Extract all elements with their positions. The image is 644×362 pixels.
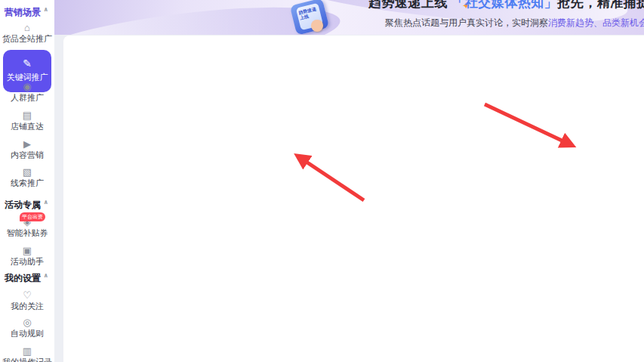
records-icon: ▥	[0, 346, 54, 357]
chevron-up-icon: ∧	[44, 199, 49, 206]
sidebar-item-auto-rules[interactable]: ◎ 自动规则	[0, 317, 54, 339]
audience-promo-icon: ◉	[0, 82, 54, 92]
sidebar-item-shop-direct[interactable]: ▤ 店铺直达	[0, 110, 54, 132]
sidebar-section-settings[interactable]: 我的设置∧	[0, 272, 54, 285]
storewide-promo-icon: ⌂	[0, 23, 54, 33]
assistant-icon: ▣	[0, 246, 54, 256]
banner-subtitle-highlight: 消费新趋势、品类新机会	[548, 17, 644, 28]
sidebar-item-leads-promo[interactable]: ▧ 线索推广	[0, 167, 54, 189]
sidebar-item-smart-coupon[interactable]: 平台出资 ◈ 智能补贴券	[0, 217, 54, 239]
rules-icon: ◎	[0, 317, 54, 328]
top-promo-banner[interactable]: 趋势速递上线 ✦ 趋势速递上线 「社交媒体热知」抢先，精准捕捉 聚焦热点话题与用…	[54, 0, 644, 35]
platform-funded-badge: 平台出资	[20, 212, 45, 221]
banner-hand-illustration	[311, 20, 323, 32]
banner-subtitle: 聚焦热点话题与用户真实讨论，实时洞察消费新趋势、品类新机会	[385, 17, 644, 29]
keyword-promo-icon: ✎	[3, 57, 51, 70]
banner-title: 趋势速递上线 「社交媒体热知」抢先，精准捕捉	[368, 0, 644, 11]
leads-promo-icon: ▧	[0, 167, 54, 178]
chevron-up-icon: ∧	[44, 272, 49, 279]
sidebar-section-marketing[interactable]: 营销场景∧	[0, 6, 54, 19]
sidebar-item-content-marketing[interactable]: ▶ 内容营销	[0, 139, 54, 161]
main-content-card	[63, 36, 644, 362]
sidebar-item-my-follows[interactable]: ♡ 我的关注	[0, 290, 54, 312]
content-marketing-icon: ▶	[0, 139, 54, 150]
sidebar-section-campaign[interactable]: 活动专属∧	[0, 199, 54, 212]
sidebar-item-audience-promo[interactable]: ◉ 人群推广	[0, 82, 54, 104]
sidebar-item-storewide-promo[interactable]: ⌂ 货品全站推广	[0, 23, 54, 45]
banner-title-highlight: 「社交媒体热知」	[451, 0, 557, 10]
chevron-up-icon: ∧	[44, 6, 49, 13]
sidebar-item-campaign-assistant[interactable]: ▣ 活动助手	[0, 246, 54, 268]
sidebar: 营销场景∧ ⌂ 货品全站推广 ✎ 关键词推广 ◉ 人群推广 ▤ 店铺直达 ▶ 内…	[0, 0, 54, 362]
shop-direct-icon: ▤	[0, 110, 54, 121]
sidebar-item-operation-records[interactable]: ▥ 我的操作记录	[0, 346, 54, 362]
follow-icon: ♡	[0, 290, 54, 301]
